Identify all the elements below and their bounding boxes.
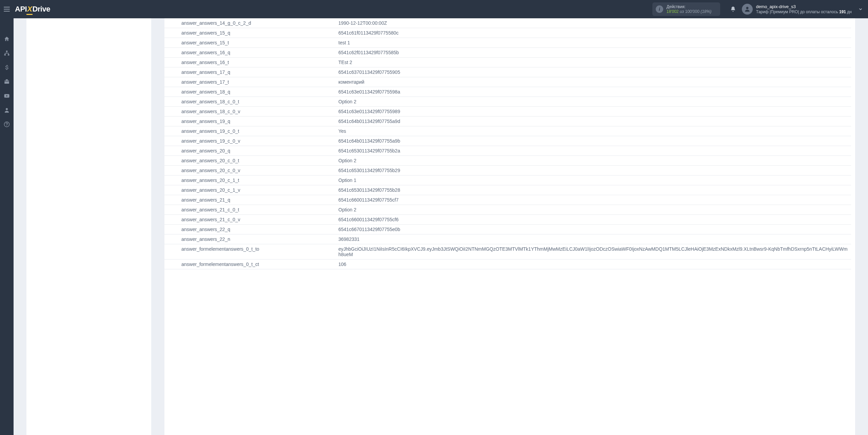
table-row: answer_answers_19_c_0_tYes [164, 126, 529, 136]
row-key: answer_answers_18_c_0_v [164, 108, 336, 115]
table-row: answer_answers_21_c_0_tOption 2 [164, 205, 529, 215]
table-row: answer_answers_22_q6541c6670113429f07755… [164, 225, 529, 234]
briefcase-icon [4, 79, 10, 85]
row-key: answer_answers_20_c_0_v [164, 167, 336, 174]
row-value: 6541c6530113429f07755b29 [336, 167, 529, 174]
table-row: answer_answers_16_tTEst 2 [164, 58, 529, 67]
row-value: Yes [336, 128, 529, 134]
table-row: answer_answers_18_c_0_tOption 2 [164, 97, 529, 107]
row-key: answer_answers_20_c_1_v [164, 187, 336, 193]
user-circle-icon [4, 107, 10, 113]
sidebar-billing[interactable] [0, 60, 14, 75]
table-row: answer_answers_20_c_1_v6541c6530113429f0… [164, 185, 529, 195]
svg-rect-3 [8, 54, 9, 56]
logo-api: API [15, 5, 27, 14]
help-icon [4, 121, 10, 127]
table-row: answer_answers_20_c_0_v6541c6530113429f0… [164, 166, 529, 175]
table-row: answer_answers_19_q6541c64b0113429f07755… [164, 117, 529, 126]
table-row: answer_answers_19_c_0_v6541c64b0113429f0… [164, 136, 529, 146]
row-value: Option 2 [336, 206, 529, 213]
svg-point-7 [6, 125, 7, 126]
row-key: answer_answers_16_q [164, 49, 336, 56]
row-value: 106 [336, 261, 529, 266]
svg-point-5 [6, 108, 8, 110]
row-value: 6541c6600113429f07755cf6 [336, 216, 529, 223]
youtube-icon [4, 93, 10, 99]
logo-x: X [27, 5, 32, 14]
row-key: answer_answers_16_t [164, 59, 336, 66]
row-value: 6541c64b0113429f07755a9d [336, 118, 529, 125]
row-key: answer_answers_19_q [164, 118, 336, 125]
row-key: answer_formelementanswers_0_t_ct [164, 261, 336, 266]
table-row: answer_answers_20_c_1_tOption 1 [164, 175, 529, 185]
row-value: TEst 2 [336, 59, 529, 66]
row-value: 6541c62f0113429f0775585b [336, 49, 529, 56]
row-value: коментарий [336, 79, 529, 85]
row-key: answer_answers_20_c_0_t [164, 157, 336, 164]
row-value: 6541c61f0113429f0775580c [336, 29, 529, 36]
sidebar-help[interactable] [0, 117, 14, 131]
row-value: Option 2 [336, 157, 529, 164]
left-panel [26, 18, 151, 266]
row-key: answer_answers_21_c_0_v [164, 216, 336, 223]
sidebar [0, 18, 14, 266]
row-value: 1990-12-12T00:00:00Z [336, 20, 529, 26]
dollar-icon [4, 64, 10, 70]
sidebar-briefcase[interactable] [0, 75, 14, 89]
table-row: answer_answers_20_q6541c6530113429f07755… [164, 146, 529, 156]
row-key: answer_answers_17_t [164, 79, 336, 85]
row-key: answer_answers_14_g_0_c_2_d [164, 20, 336, 26]
row-value: 6541c6370113429f07755905 [336, 69, 529, 76]
row-key: answer_answers_15_q [164, 29, 336, 36]
row-value: 6541c6670113429f07755e0b [336, 226, 529, 233]
row-value: 6541c63e0113429f07755989 [336, 108, 529, 115]
table-row: answer_answers_15_q6541c61f0113429f07755… [164, 28, 529, 38]
sidebar-video[interactable] [0, 89, 14, 103]
row-value: Option 2 [336, 98, 529, 105]
row-key: answer_answers_19_c_0_v [164, 138, 336, 144]
row-value: eyJhbGciOiJIUzI1NiIsInR5cCI6IkpXVCJ9.eyJ… [336, 246, 529, 258]
table-row: answer_formelementanswers_0_t_toeyJhbGci… [164, 244, 529, 260]
content: answer_answers_14_g_0_c_2_d1990-12-12T00… [14, 18, 529, 266]
sidebar-connections[interactable] [0, 46, 14, 60]
table-row: answer_answers_18_q6541c63e0113429f07755… [164, 87, 529, 97]
row-key: answer_answers_19_c_0_t [164, 128, 336, 134]
logo[interactable]: APIXDrive [15, 5, 50, 14]
row-key: answer_formelementanswers_0_t_to [164, 246, 336, 258]
row-key: answer_answers_22_q [164, 226, 336, 233]
row-key: answer_answers_17_q [164, 69, 336, 76]
row-key: answer_answers_20_q [164, 147, 336, 154]
table-row: answer_formelementanswers_0_t_ct106 [164, 260, 529, 266]
row-value: 6541c6530113429f07755b2a [336, 147, 529, 154]
row-value: 6541c6600113429f07755cf7 [336, 196, 529, 203]
topbar: APIXDrive i Действия: 18'002 из 100'000 … [0, 0, 529, 18]
menu-toggle[interactable] [0, 0, 14, 18]
row-key: answer_answers_22_n [164, 236, 336, 243]
sidebar-home[interactable] [0, 32, 14, 46]
table-row: answer_answers_17_q6541c6370113429f07755… [164, 67, 529, 77]
right-panel: answer_answers_14_g_0_c_2_d1990-12-12T00… [164, 18, 529, 266]
table-row: answer_answers_17_tкоментарий [164, 77, 529, 87]
svg-rect-1 [6, 51, 8, 52]
row-value: 6541c6530113429f07755b28 [336, 187, 529, 193]
sidebar-profile[interactable] [0, 103, 14, 117]
table-row: answer_answers_21_c_0_v6541c6600113429f0… [164, 215, 529, 225]
table-row: answer_answers_20_c_0_tOption 2 [164, 156, 529, 166]
table-row: answer_answers_16_q6541c62f0113429f07755… [164, 48, 529, 58]
table-row: answer_answers_14_g_0_c_2_d1990-12-12T00… [164, 18, 529, 28]
table-row: answer_answers_22_n36982331 [164, 234, 529, 244]
home-icon [4, 36, 10, 42]
row-key: answer_answers_15_t [164, 39, 336, 46]
row-value: test 1 [336, 39, 529, 46]
row-key: answer_answers_21_c_0_t [164, 206, 336, 213]
row-value: Option 1 [336, 177, 529, 184]
row-key: answer_answers_18_c_0_t [164, 98, 336, 105]
row-value: 36982331 [336, 236, 529, 243]
row-key: answer_answers_18_q [164, 88, 336, 95]
logo-drive: Drive [32, 5, 50, 14]
table-row: answer_answers_15_ttest 1 [164, 38, 529, 48]
row-key: answer_answers_20_c_1_t [164, 177, 336, 184]
tree-icon [4, 50, 10, 56]
svg-rect-2 [4, 54, 6, 56]
data-table: answer_answers_14_g_0_c_2_d1990-12-12T00… [164, 18, 529, 266]
